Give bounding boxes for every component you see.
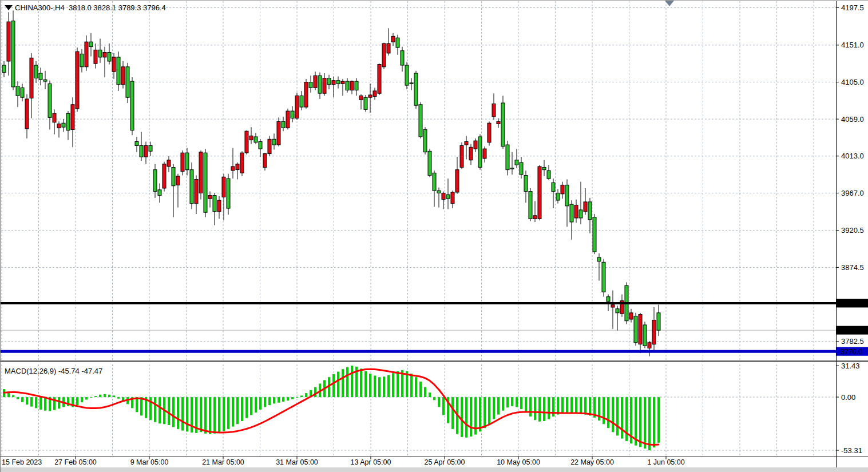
chart-header: CHINA300-,H4 3818.0 3828.1 3789.3 3796.4 xyxy=(15,3,166,12)
macd-histogram-bar xyxy=(158,397,161,423)
candle-body-up xyxy=(121,67,125,85)
macd-histogram-bar xyxy=(488,397,490,424)
macd-histogram-bar xyxy=(140,397,142,415)
macd-histogram-bar xyxy=(538,397,541,422)
candle-body-down xyxy=(616,309,619,313)
candle-body-up xyxy=(181,153,184,171)
candle-body-up xyxy=(217,200,221,212)
time-axis-label: 25 Apr 05:00 xyxy=(425,458,465,466)
macd-histogram-bar xyxy=(392,373,394,397)
macd-histogram-bar xyxy=(305,393,307,397)
candle-body-down xyxy=(89,42,93,46)
candle-body-up xyxy=(245,131,248,153)
candle-body-down xyxy=(396,38,399,47)
price-axis-label: 3920.5 xyxy=(841,226,864,235)
time-axis-label: 22 May 05:00 xyxy=(570,458,614,466)
macd-histogram-bar xyxy=(154,397,156,422)
candle-body-down xyxy=(282,121,285,128)
candle-body-down xyxy=(515,160,518,165)
macd-histogram-bar xyxy=(364,371,367,397)
macd-histogram-bar xyxy=(223,397,225,431)
macd-histogram-bar xyxy=(493,397,495,419)
macd-histogram-bar xyxy=(580,397,582,414)
panel-separator[interactable] xyxy=(0,360,868,362)
candle-body-up xyxy=(652,320,656,344)
macd-histogram-bar xyxy=(543,397,545,421)
candle-body-up xyxy=(295,96,299,118)
candle-body-down xyxy=(227,179,230,208)
macd-histogram-bar xyxy=(337,372,339,398)
candle-body-up xyxy=(304,82,308,108)
time-axis-label: 13 Apr 05:00 xyxy=(351,458,391,466)
candle-body-up xyxy=(332,81,335,85)
symbol-period-label: CHINA300-,H4 xyxy=(15,3,65,12)
macd-histogram-bar xyxy=(113,395,115,397)
candle-body-up xyxy=(314,76,317,88)
macd-histogram-bar xyxy=(648,397,651,450)
macd-histogram-bar xyxy=(369,374,371,397)
candle-body-down xyxy=(579,210,582,218)
current-price-badge-label: 3796.4 xyxy=(841,327,862,335)
candle-body-down xyxy=(547,170,550,179)
macd-histogram-bar xyxy=(291,397,294,399)
candle-body-down xyxy=(11,21,15,87)
candle-body-up xyxy=(368,95,372,97)
macd-histogram-bar xyxy=(415,377,417,397)
macd-histogram-bar xyxy=(177,397,179,429)
macd-histogram-bar xyxy=(58,397,60,408)
candle-body-up xyxy=(286,111,290,128)
candle-body-up xyxy=(378,65,381,94)
macd-histogram-bar xyxy=(616,397,619,435)
symbol-dropdown-icon[interactable] xyxy=(5,5,13,10)
macd-histogram-bar xyxy=(397,371,399,397)
chart-shift-icon[interactable] xyxy=(665,1,674,6)
candle-body-down xyxy=(98,50,102,57)
bottom-strip xyxy=(0,467,868,472)
macd-histogram-bar xyxy=(438,397,440,407)
candle-body-down xyxy=(524,176,528,192)
macd-histogram-bar xyxy=(483,397,486,428)
macd-histogram-bar xyxy=(657,397,660,443)
macd-histogram-bar xyxy=(433,397,435,400)
candle-body-up xyxy=(57,124,61,128)
candle-body-up xyxy=(263,154,267,168)
chart-canvas[interactable]: 4197.54151.04105.04059.04013.03967.03920… xyxy=(0,0,868,472)
candle-body-down xyxy=(414,73,418,105)
candle-body-up xyxy=(533,216,537,219)
candle-body-up xyxy=(103,53,106,57)
candle-body-down xyxy=(117,57,120,85)
macd-histogram-bar xyxy=(639,397,641,447)
macd-histogram-bar xyxy=(99,395,101,397)
candle-body-down xyxy=(62,123,65,127)
candle-body-up xyxy=(231,166,235,170)
macd-histogram-bar xyxy=(557,397,559,415)
time-axis-label: 27 Feb 05:00 xyxy=(54,458,97,466)
level-badge-label: 3830.0 xyxy=(841,299,862,307)
candle-body-up xyxy=(350,81,354,90)
macd-histogram-bar xyxy=(351,366,353,397)
candle-body-down xyxy=(570,204,573,222)
candle-body-up xyxy=(76,51,79,109)
macd-histogram-bar xyxy=(117,397,120,399)
macd-histogram-bar xyxy=(566,397,568,412)
macd-histogram-bar xyxy=(218,397,220,433)
macd-histogram-bar xyxy=(17,397,19,399)
candle-body-down xyxy=(130,81,134,130)
candle-body-down xyxy=(140,146,143,157)
candle-body-down xyxy=(602,262,605,292)
candle-body-down xyxy=(108,53,111,62)
candle-body-down xyxy=(510,168,514,169)
candle-body-up xyxy=(208,196,212,199)
candle-body-up xyxy=(455,170,459,192)
candle-body-down xyxy=(39,73,42,80)
candle-body-down xyxy=(597,257,601,261)
time-axis-label: 9 Mar 05:00 xyxy=(130,458,169,466)
price-axis-label: 4059.0 xyxy=(841,115,864,124)
macd-histogram-bar xyxy=(525,397,527,412)
candle-body-up xyxy=(176,176,180,185)
candle-body-up xyxy=(240,153,244,173)
macd-histogram-bar xyxy=(85,397,88,399)
candle-body-up xyxy=(195,180,198,204)
macd-histogram-bar xyxy=(314,387,316,397)
macd-histogram-bar xyxy=(181,397,184,431)
